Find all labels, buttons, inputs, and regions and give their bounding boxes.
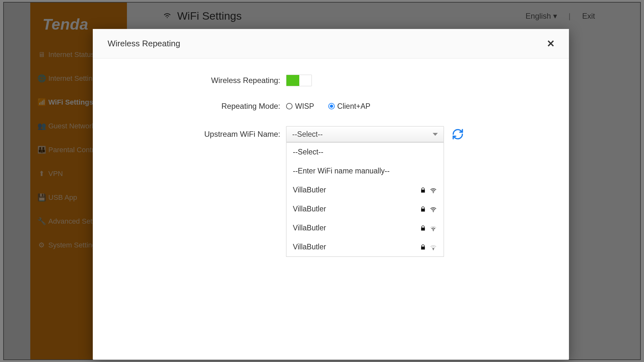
- svg-point-1: [433, 192, 434, 193]
- lock-icon: [420, 206, 426, 212]
- close-button[interactable]: ✕: [544, 37, 557, 51]
- repeating-mode-label: Repeating Mode:: [106, 102, 286, 111]
- svg-point-3: [433, 230, 434, 231]
- svg-point-4: [433, 249, 434, 250]
- wifi-option-label: VillaButler: [293, 205, 326, 213]
- wifi-option[interactable]: VillaButler: [286, 218, 444, 237]
- modal-title: Wireless Repeating: [108, 39, 180, 49]
- wifi-option-icons: [420, 243, 437, 251]
- modal-header: Wireless Repeating ✕: [93, 29, 569, 59]
- refresh-button[interactable]: [452, 128, 464, 140]
- lock-icon: [420, 225, 426, 231]
- refresh-icon: [452, 128, 464, 140]
- wifi-signal-icon: [429, 224, 437, 232]
- wifi-option[interactable]: VillaButler: [286, 181, 444, 200]
- wifi-option-label: --Select--: [293, 148, 323, 156]
- radio-icon: [286, 103, 293, 109]
- wifi-option-label: VillaButler: [293, 224, 326, 232]
- select-value: --Select--: [292, 130, 323, 139]
- close-icon: ✕: [547, 38, 555, 49]
- wifi-option-label: VillaButler: [293, 243, 326, 251]
- wifi-signal-icon: [429, 243, 437, 251]
- wifi-option-icons: [420, 205, 437, 213]
- toggle-on-indicator: [286, 75, 299, 86]
- wifi-option[interactable]: --Enter WiFi name manually--: [286, 162, 444, 181]
- upstream-wifi-select-wrap: --Select-- --Select----Enter WiFi name m…: [286, 126, 444, 142]
- wifi-signal-icon: [429, 205, 437, 213]
- wifi-option[interactable]: VillaButler: [286, 237, 444, 256]
- wifi-option[interactable]: VillaButler: [286, 200, 444, 218]
- repeating-mode-radio-group: WISP Client+AP: [286, 102, 370, 111]
- upstream-wifi-dropdown: --Select----Enter WiFi name manually--Vi…: [286, 142, 444, 257]
- wireless-repeating-label: Wireless Repeating:: [106, 76, 286, 85]
- wifi-signal-icon: [429, 186, 437, 194]
- app-frame: Tenda 🖥Internet Status🌐Internet Settings…: [3, 2, 641, 360]
- wifi-option[interactable]: --Select--: [286, 143, 444, 162]
- chevron-down-icon: [433, 133, 438, 136]
- radio-label: Client+AP: [337, 102, 370, 111]
- modal-body: Wireless Repeating: Repeating Mode:: [93, 59, 569, 360]
- radio-icon: [328, 103, 335, 109]
- lock-icon: [420, 187, 426, 193]
- wifi-option-label: VillaButler: [293, 186, 326, 194]
- upstream-wifi-select[interactable]: --Select--: [286, 126, 444, 142]
- radio-option-wisp[interactable]: WISP: [286, 102, 314, 111]
- upstream-wifi-label: Upstream WiFi Name:: [106, 130, 286, 139]
- wireless-repeating-toggle[interactable]: [286, 75, 312, 86]
- wifi-option-icons: [420, 186, 437, 194]
- wifi-option-label: --Enter WiFi name manually--: [293, 167, 389, 175]
- lock-icon: [420, 244, 426, 250]
- radio-option-client-ap[interactable]: Client+AP: [328, 102, 370, 111]
- wifi-option-icons: [420, 224, 437, 232]
- wireless-repeating-modal: Wireless Repeating ✕ Wireless Repeating:…: [93, 29, 569, 360]
- svg-point-2: [433, 211, 434, 212]
- radio-label: WISP: [295, 102, 314, 111]
